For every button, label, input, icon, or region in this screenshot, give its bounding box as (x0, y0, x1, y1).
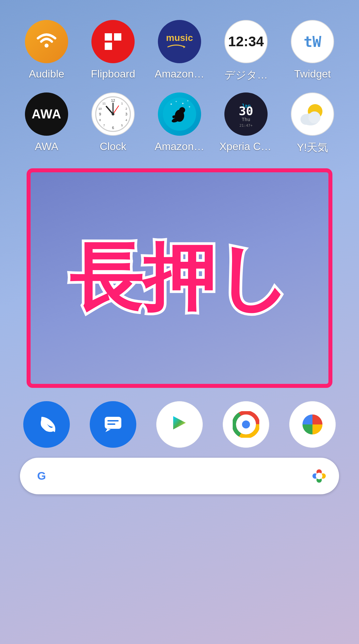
amazon-kindle-label: Amazon… (153, 140, 206, 153)
svg-point-27 (187, 100, 188, 101)
dock-chrome[interactable] (219, 401, 273, 448)
svg-text:9: 9 (99, 112, 101, 116)
app-row-1: Audible Flipboard music (13, 20, 346, 82)
svg-text:7: 7 (103, 124, 105, 127)
svg-rect-3 (105, 43, 112, 50)
amazon-music-label: Amazon… (153, 68, 206, 80)
google-mic-icon[interactable] (309, 466, 329, 486)
svg-rect-2 (114, 33, 121, 41)
twidget-icon: tW (291, 20, 334, 63)
app-awa[interactable]: AWA AWA (20, 92, 73, 155)
svg-text:6: 6 (112, 126, 114, 130)
xperia-calendar-label: Xperia Ca… (219, 140, 273, 153)
svg-text:2: 2 (125, 107, 127, 110)
dock-phone[interactable] (20, 401, 73, 448)
svg-point-24 (171, 103, 172, 105)
google-search-bar[interactable]: G (20, 458, 339, 494)
clock-icon: 12 6 3 9 1 2 4 5 7 8 10 11 (91, 92, 135, 136)
digital-clock-label: デジタ… (219, 68, 273, 82)
dock-photos[interactable] (286, 401, 339, 448)
chrome-icon (223, 401, 269, 448)
photos-icon (289, 401, 336, 448)
svg-text:8: 8 (99, 118, 101, 122)
svg-marker-46 (173, 416, 186, 429)
svg-point-25 (176, 101, 177, 102)
app-audible[interactable]: Audible (20, 20, 73, 82)
awa-icon: AWA (25, 92, 68, 136)
yweather-label: Y!天気 (286, 140, 339, 155)
play-store-icon (156, 401, 203, 448)
svg-text:30: 30 (239, 104, 253, 118)
svg-text:4: 4 (125, 118, 127, 122)
app-digital-clock[interactable]: 12:34 デジタ… (219, 20, 273, 82)
clock-label: Clock (86, 140, 140, 153)
svg-text:Thu: Thu (242, 117, 250, 122)
app-amazon-kindle[interactable]: Amazon… (153, 92, 206, 155)
svg-text:10: 10 (98, 107, 102, 110)
google-logo: G (30, 464, 53, 488)
svg-rect-42 (105, 417, 121, 429)
svg-marker-43 (105, 429, 111, 432)
widget-text: 長押し (69, 229, 290, 328)
svg-point-0 (45, 44, 49, 48)
long-press-widget[interactable]: 長押し (27, 168, 332, 388)
awa-label: AWA (20, 140, 73, 153)
digital-clock-icon: 12:34 (224, 20, 268, 63)
messages-icon (90, 401, 136, 448)
svg-text:3: 3 (125, 112, 127, 116)
yweather-icon (291, 92, 334, 136)
svg-point-41 (308, 111, 320, 123)
audible-icon (25, 20, 68, 63)
xperia-calendar-icon: Jan 30 Thu 21:47+ (224, 92, 268, 136)
svg-rect-4 (114, 43, 121, 50)
app-xperia-calendar[interactable]: Jan 30 Thu 21:47+ Xperia Ca… (219, 92, 273, 155)
amazon-kindle-icon (158, 92, 201, 136)
svg-text:5: 5 (121, 124, 123, 127)
twidget-label: Twidget (286, 68, 339, 80)
flipboard-label: Flipboard (86, 68, 140, 80)
svg-text:1: 1 (121, 102, 123, 105)
svg-text:21:47+: 21:47+ (239, 123, 253, 128)
svg-rect-1 (105, 33, 112, 41)
svg-point-52 (242, 420, 250, 428)
dock-play-store[interactable] (153, 401, 206, 448)
app-twidget[interactable]: tW Twidget (286, 20, 339, 82)
dock (13, 401, 346, 448)
app-yweather[interactable]: Y!天気 (286, 92, 339, 155)
svg-marker-5 (183, 46, 185, 48)
svg-point-28 (189, 106, 190, 107)
svg-rect-44 (107, 420, 119, 421)
svg-rect-45 (107, 423, 115, 425)
phone-icon (23, 401, 70, 448)
svg-text:12: 12 (111, 98, 115, 102)
home-screen: Audible Flipboard music (0, 0, 359, 644)
svg-point-30 (179, 107, 185, 113)
app-amazon-music[interactable]: music Amazon… (153, 20, 206, 82)
app-clock[interactable]: 12 6 3 9 1 2 4 5 7 8 10 11 (86, 92, 140, 155)
dock-messages[interactable] (86, 401, 140, 448)
svg-text:11: 11 (102, 102, 106, 105)
svg-text:G: G (37, 469, 46, 482)
svg-point-60 (316, 473, 322, 479)
audible-label: Audible (20, 68, 73, 80)
amazon-music-icon: music (158, 20, 201, 63)
svg-point-22 (112, 113, 114, 115)
flipboard-icon (91, 20, 135, 63)
app-flipboard[interactable]: Flipboard (86, 20, 140, 82)
app-row-2: AWA AWA 12 6 3 9 1 2 4 5 7 8 (13, 92, 346, 155)
svg-point-26 (182, 103, 183, 104)
